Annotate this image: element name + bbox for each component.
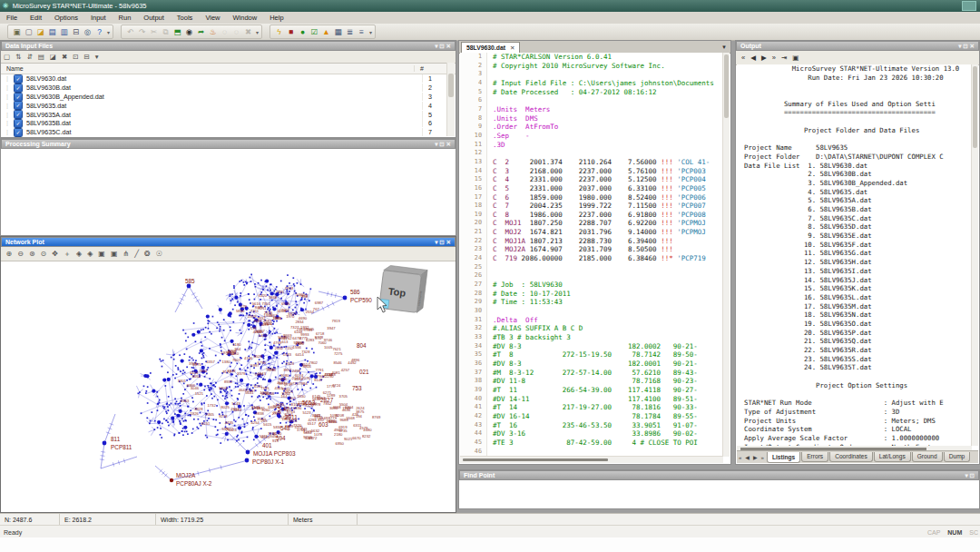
- output-tab-dump[interactable]: Dump: [944, 452, 971, 462]
- editor-body[interactable]: 1234567891011121314151617181920212223242…: [460, 53, 723, 457]
- plot-tool-icon-12[interactable]: ╱: [132, 250, 142, 258]
- toolbar-icon-2-7[interactable]: ➦: [195, 26, 207, 38]
- file-list-scrollbar[interactable]: [446, 63, 455, 136]
- editor-vertical-scrollbar[interactable]: [722, 53, 730, 457]
- toolbar-icon-2-5[interactable]: ⬒: [172, 26, 183, 38]
- toolbar-icon-3-2[interactable]: ■: [285, 26, 297, 38]
- file-checkbox[interactable]: ✓: [14, 93, 23, 102]
- dif-tool-icon-2[interactable]: ⇅: [13, 53, 24, 61]
- toolbar-icon-2-2[interactable]: ↷: [136, 26, 148, 38]
- plot-tool-icon-10[interactable]: ▣: [108, 250, 120, 258]
- dif-tool-icon-8[interactable]: ⊟: [81, 53, 92, 61]
- output-nav-icon-3[interactable]: ▶: [760, 54, 769, 62]
- view-cube[interactable]: TopMicroSurvey: [379, 265, 427, 313]
- file-row[interactable]: ┆✓58LV9630.dat1: [1, 74, 456, 84]
- output-vertical-scrollbar[interactable]: [971, 64, 978, 446]
- plot-tool-icon-7[interactable]: ◈: [74, 250, 84, 258]
- toolbar-icon-2-11[interactable]: ✖: [242, 26, 254, 38]
- toolbar-icon-2-10[interactable]: ◌: [230, 26, 242, 38]
- dif-tool-icon-5[interactable]: ◪: [47, 53, 59, 61]
- output-tab-coordinates[interactable]: Coordinates: [829, 452, 873, 462]
- toolbar-icon-3-6[interactable]: ▦: [332, 26, 344, 38]
- file-checkbox[interactable]: ✓: [14, 74, 23, 84]
- editor-tab-58lv9630[interactable]: 58LV9630.dat ✕: [461, 42, 520, 53]
- file-row[interactable]: ┆✓58LV9630B_Appended.dat3: [1, 93, 456, 102]
- plot-tool-icon-13[interactable]: ❂: [142, 250, 152, 258]
- file-row[interactable]: ┆✓58LV9635C.dat7: [1, 128, 456, 137]
- output-nav-icon-6[interactable]: ▣: [790, 54, 800, 62]
- plot-tool-icon-3[interactable]: ⊛: [26, 250, 37, 258]
- column-name[interactable]: Name: [1, 65, 24, 72]
- toolbar-icon-2-6[interactable]: ◉: [183, 26, 195, 38]
- output-tab-nav-icon[interactable]: ▶: [751, 454, 760, 460]
- panel-buttons[interactable]: ▾ ⊡: [965, 472, 975, 479]
- toolbar-icon-1-4[interactable]: ▤: [46, 26, 58, 38]
- plot-tool-icon-5[interactable]: ✥: [50, 250, 61, 258]
- toolbar-icon-3-5[interactable]: ▲: [320, 26, 332, 38]
- menu-output[interactable]: Output: [137, 14, 171, 22]
- window-controls[interactable]: [962, 1, 976, 11]
- menu-options[interactable]: Options: [48, 14, 84, 22]
- dif-tool-icon-6[interactable]: ✖: [59, 53, 70, 61]
- panel-buttons[interactable]: ▾ ⊡ ✕: [435, 239, 451, 246]
- output-nav-icon-2[interactable]: ◀: [749, 54, 758, 62]
- output-tab-nav-icon[interactable]: ◀: [743, 454, 751, 460]
- toolbar-icon-2-8[interactable]: ♨: [207, 26, 219, 38]
- menu-window[interactable]: Window: [227, 14, 264, 22]
- dif-tool-icon-7[interactable]: ⊡: [70, 53, 81, 61]
- menu-edit[interactable]: Edit: [24, 14, 48, 22]
- toolbar-icon-1-1[interactable]: ▣: [11, 26, 23, 38]
- toolbar-icon-1-6[interactable]: ⊟: [70, 26, 82, 38]
- toolbar-icon-1-5[interactable]: ▥: [58, 26, 70, 38]
- dif-tool-icon-3[interactable]: ⇵: [24, 53, 34, 61]
- plot-tool-icon-4[interactable]: ⊙: [38, 250, 49, 258]
- editor-horizontal-scrollbar[interactable]: [460, 456, 723, 463]
- editor-code[interactable]: # STAR*CARLSON Version 6.0.41# Copyright…: [487, 53, 714, 457]
- toolbar-icon-1-3[interactable]: ◪: [34, 26, 46, 38]
- file-checkbox[interactable]: ✓: [14, 119, 23, 128]
- file-checkbox[interactable]: ✓: [14, 110, 23, 119]
- toolbar-overflow-icon[interactable]: ▾: [256, 29, 259, 35]
- toolbar-icon-3-8[interactable]: ≡: [356, 26, 368, 38]
- output-nav-icon-1[interactable]: «: [740, 54, 747, 62]
- output-nav-icon-5[interactable]: ⇥: [779, 54, 789, 62]
- dif-tool-icon-9[interactable]: ▾: [93, 53, 102, 61]
- network-plot-canvas[interactable]: 9345255467187062526323597174999359217010…: [1, 261, 456, 512]
- toolbar-icon-3-7[interactable]: ≣: [344, 26, 356, 38]
- tab-dropdown-icon[interactable]: ▼: [721, 44, 727, 50]
- toolbar-icon-1-8[interactable]: ?: [93, 26, 105, 38]
- toolbar-icon-3-4[interactable]: ☑: [309, 26, 320, 38]
- dif-tool-icon-4[interactable]: ▤: [35, 53, 47, 61]
- toolbar-icon-2-4[interactable]: ⧉: [160, 26, 172, 38]
- output-tab-nav-icon[interactable]: «: [737, 455, 743, 460]
- toolbar-icon-3-3[interactable]: ●: [297, 26, 309, 38]
- menu-run[interactable]: Run: [113, 14, 138, 22]
- menu-view[interactable]: View: [199, 14, 226, 22]
- toolbar-icon-3-1[interactable]: ϟ: [273, 26, 285, 38]
- output-listing[interactable]: MicroSurvey STAR*NET-Ultimate Version 13…: [737, 64, 972, 446]
- toolbar-overflow-icon[interactable]: ▾: [369, 29, 372, 35]
- menu-tools[interactable]: Tools: [171, 14, 200, 22]
- plot-tool-icon-14[interactable]: ☉: [153, 250, 164, 258]
- file-row[interactable]: ┆✓58LV9635.dat4: [1, 101, 456, 110]
- plot-tool-icon-2[interactable]: ⊖: [15, 250, 26, 258]
- dif-tool-icon-1[interactable]: ▢: [1, 53, 13, 61]
- plot-tool-icon-8[interactable]: ◈: [85, 250, 95, 258]
- output-tab-latlongs[interactable]: Lat/Longs: [874, 452, 911, 462]
- menu-help[interactable]: Help: [263, 14, 289, 22]
- panel-buttons[interactable]: ▾ ⊡ ✕: [435, 141, 451, 148]
- menu-file[interactable]: File: [0, 14, 24, 22]
- plot-tool-icon-11[interactable]: ⋔: [121, 250, 132, 258]
- file-checkbox[interactable]: ✓: [14, 101, 23, 110]
- panel-buttons[interactable]: ▾ ⊡ ✕: [435, 43, 451, 50]
- output-tab-errors[interactable]: Errors: [801, 452, 828, 462]
- file-row[interactable]: ┆✓58LV9635A.dat5: [1, 110, 456, 119]
- output-tab-nav-icon[interactable]: »: [760, 455, 766, 460]
- panel-buttons[interactable]: ▾ ⊡ ✕: [958, 43, 975, 50]
- output-nav-icon-4[interactable]: »: [770, 54, 778, 62]
- plot-tool-icon-9[interactable]: ▣: [96, 250, 108, 258]
- file-row[interactable]: ┆✓58LV9630B.dat2: [1, 84, 456, 93]
- toolbar-icon-2-1[interactable]: ↶: [124, 26, 136, 38]
- file-checkbox[interactable]: ✓: [14, 84, 23, 93]
- toolbar-icon-2-3[interactable]: ✂: [148, 26, 160, 38]
